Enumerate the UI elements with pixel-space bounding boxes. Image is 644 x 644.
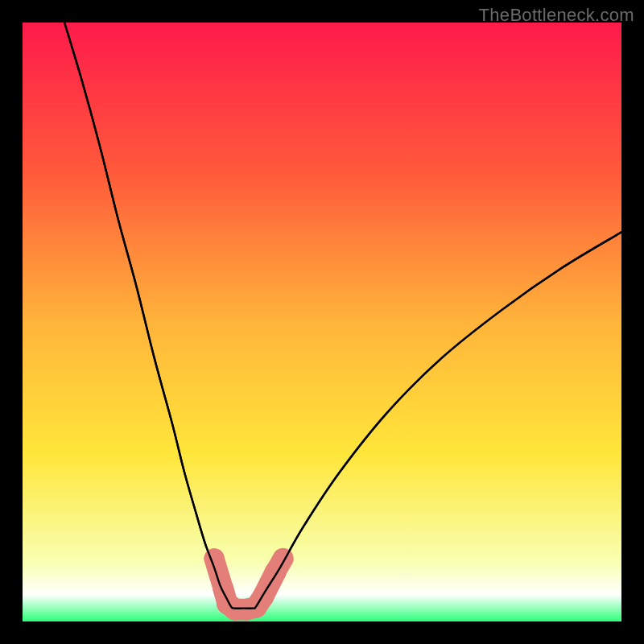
watermark-text: TheBottleneck.com <box>479 5 634 26</box>
bottleneck-curve <box>64 23 621 609</box>
chart-frame: TheBottleneck.com <box>0 0 644 644</box>
bottleneck-curve <box>64 23 621 609</box>
curve-layer <box>23 23 621 621</box>
blob-point <box>273 548 293 568</box>
plot-area <box>23 23 621 621</box>
